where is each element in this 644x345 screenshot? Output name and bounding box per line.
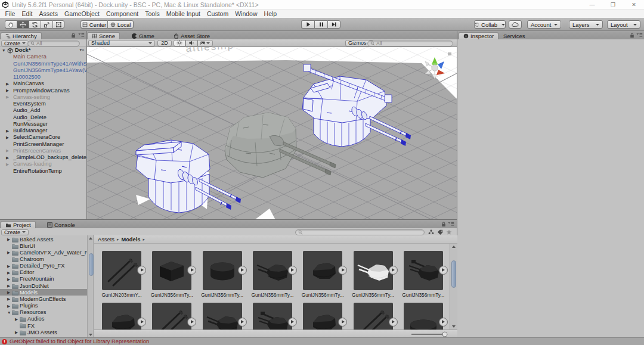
fold-closed-icon[interactable]: ▶ — [7, 290, 10, 295]
draw-mode-dropdown[interactable]: Shaded — [88, 40, 155, 46]
tab-inspector[interactable]: Inspector — [459, 32, 499, 39]
asset-expand-button[interactable] — [288, 318, 297, 327]
hierarchy-item[interactable]: EntireRotationTemp — [0, 167, 86, 174]
favorites-star-icon[interactable] — [446, 229, 452, 235]
asset-expand-button[interactable] — [338, 266, 347, 275]
project-folder-audios[interactable]: ▶Audios — [0, 316, 87, 322]
breadcrumb-models[interactable]: Models — [121, 237, 140, 243]
fold-closed-icon[interactable]: ▶ — [7, 264, 10, 269]
hierarchy-item[interactable]: ▶Canvas-loading — [0, 161, 86, 167]
step-button[interactable] — [327, 20, 340, 29]
move-tool-button[interactable] — [17, 20, 29, 29]
asset-thumbnail[interactable] — [354, 303, 393, 330]
asset-expand-button[interactable] — [187, 266, 196, 275]
asset-thumbnail[interactable] — [303, 251, 342, 290]
fold-closed-icon[interactable]: ▶ — [6, 156, 9, 160]
panel-menu-icon[interactable] — [448, 222, 454, 226]
menu-tools[interactable]: Tools — [142, 10, 163, 17]
asset-thumbnail[interactable] — [152, 303, 191, 330]
project-folder-resources[interactable]: ▼Resources — [0, 309, 87, 316]
scrollbar-thumb[interactable] — [89, 253, 94, 276]
fold-closed-icon[interactable]: ▶ — [6, 135, 9, 140]
hierarchy-item[interactable]: Main Camera — [0, 54, 86, 60]
tab-game[interactable]: Game — [128, 32, 159, 39]
tab-project[interactable]: Project — [1, 221, 36, 228]
fold-closed-icon[interactable]: ▶ — [7, 284, 10, 288]
hierarchy-item[interactable]: GunIJN356mmType41AYaw(W — [0, 67, 86, 73]
hierarchy-item[interactable]: EventSystem — [0, 101, 86, 107]
hierarchy-search-input[interactable]: All — [27, 41, 80, 46]
fold-closed-icon[interactable]: ▶ — [7, 297, 10, 302]
fold-closed-icon[interactable]: ▶ — [7, 250, 10, 255]
tab-console[interactable]: Console — [43, 221, 79, 228]
tab-scene[interactable]: Scene — [87, 32, 120, 39]
pivot-toggle-button[interactable]: Center — [80, 20, 107, 29]
asset-thumbnail[interactable] — [404, 251, 443, 290]
2d-toggle-button[interactable]: 2D — [157, 40, 172, 46]
hierarchy-root-dock[interactable]: ▼Dock*▾≡ — [0, 47, 86, 54]
project-folder-models[interactable]: ▶Models — [0, 289, 87, 296]
fold-closed-icon[interactable]: ▶ — [6, 162, 9, 167]
minimize-button[interactable]: — — [588, 2, 596, 8]
space-toggle-button[interactable]: Local — [107, 20, 134, 29]
hierarchy-item[interactable]: ▶Canvas-setting — [0, 94, 86, 100]
account-dropdown[interactable]: Account — [527, 20, 561, 29]
menu-assets[interactable]: Assets — [36, 10, 61, 17]
scene-viewport[interactable]: attleship — [87, 47, 457, 219]
menu-custom[interactable]: Custom — [204, 10, 232, 17]
scroll-up-icon[interactable] — [89, 237, 92, 240]
lock-icon[interactable] — [71, 33, 76, 38]
project-search-input[interactable] — [295, 229, 425, 235]
fold-closed-icon[interactable]: ▶ — [6, 88, 9, 93]
menu-file[interactable]: File — [2, 10, 18, 17]
close-button[interactable]: ✕ — [630, 2, 638, 8]
project-folder-freemountain[interactable]: ▶FreeMountain — [0, 276, 87, 282]
asset-grid-scrollbar[interactable] — [450, 244, 457, 330]
menu-mobile-input[interactable]: Mobile Input — [163, 10, 203, 17]
fold-closed-icon[interactable]: ▶ — [7, 271, 10, 275]
scale-tool-button[interactable] — [41, 20, 52, 29]
search-by-type-icon[interactable] — [428, 229, 434, 235]
scrollbar-thumb[interactable] — [451, 260, 456, 288]
scene-search-input[interactable]: All — [367, 41, 453, 46]
project-folder-detailed-pyro-fx[interactable]: ▶Detailed_Pyro_FX — [0, 263, 87, 269]
rect-tool-button[interactable] — [52, 20, 64, 29]
hierarchy-item[interactable]: PrintScreenManager — [0, 141, 86, 147]
asset-thumbnail[interactable] — [102, 251, 141, 290]
asset-thumbnail[interactable] — [102, 303, 141, 330]
layout-dropdown[interactable]: Layout — [607, 20, 640, 29]
lock-icon[interactable] — [441, 222, 446, 227]
asset-thumbnail[interactable] — [303, 303, 342, 330]
hierarchy-item[interactable]: ▶MainCanvas — [0, 80, 86, 87]
project-folder-camelotvfx-adv-water-fx[interactable]: ▶CamelotVFX_Adv_Water_FX — [0, 249, 87, 256]
asset-expand-button[interactable] — [439, 318, 448, 327]
fold-closed-icon[interactable]: ▶ — [7, 277, 10, 282]
hierarchy-create-button[interactable]: Create — [1, 41, 29, 47]
asset-thumbnail[interactable] — [203, 303, 242, 330]
asset-expand-button[interactable] — [137, 266, 146, 275]
search-by-label-icon[interactable] — [437, 229, 443, 235]
hierarchy-item[interactable]: RunMessager — [0, 120, 86, 127]
pan-tool-button[interactable] — [5, 20, 17, 29]
statusbar[interactable]: ! GetObject failed to find Object for Li… — [0, 337, 644, 345]
cloud-button[interactable] — [509, 20, 522, 29]
asset-thumbnail[interactable] — [203, 251, 242, 290]
project-folder-jsondotnet[interactable]: ▶JsonDotNet — [0, 282, 87, 289]
project-folder-modernguneffects[interactable]: ▶ModernGunEffects — [0, 296, 87, 302]
hierarchy-item[interactable]: 110002500 — [0, 74, 86, 80]
project-folder-fx[interactable]: FX — [0, 322, 87, 329]
menu-help[interactable]: Help — [261, 10, 280, 17]
project-folder-blurui[interactable]: BlurUI — [0, 243, 87, 249]
thumbnail-size-slider[interactable] — [409, 331, 451, 337]
hierarchy-item[interactable]: ▶PrintSrceenCanvas — [0, 147, 86, 154]
hierarchy-item[interactable]: ▶SelectCameraCore — [0, 134, 86, 141]
project-folder-editor[interactable]: ▶Editor — [0, 269, 87, 276]
asset-thumbnail[interactable] — [152, 251, 191, 290]
fold-closed-icon[interactable]: ▶ — [15, 330, 18, 335]
project-folder-baked-assets[interactable]: ▶Baked Assets — [0, 236, 87, 243]
asset-thumbnail[interactable] — [253, 303, 292, 330]
asset-expand-button[interactable] — [389, 318, 398, 327]
asset-expand-button[interactable] — [238, 318, 247, 327]
asset-thumbnail[interactable] — [404, 303, 443, 330]
restore-button[interactable]: ❐ — [609, 2, 617, 8]
